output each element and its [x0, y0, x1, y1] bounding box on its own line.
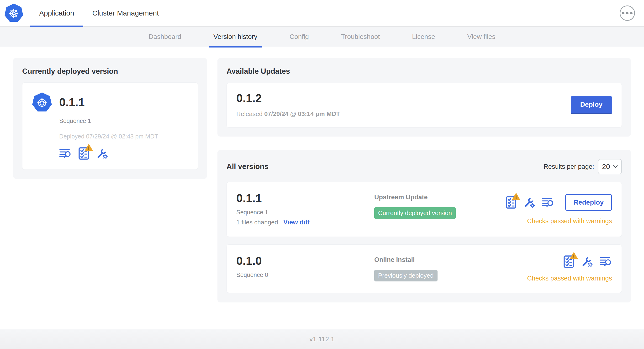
available-update-row: 0.1.2 Released 07/29/24 @ 03:14 pm MDT D… — [226, 83, 622, 128]
diff-icon[interactable] — [600, 256, 612, 267]
kubernetes-logo-icon — [4, 4, 24, 23]
deploy-button[interactable]: Deploy — [571, 96, 612, 114]
wrench-gear-icon-glyph — [581, 256, 593, 268]
released-prefix: Released — [236, 110, 262, 118]
row-sequence: Sequence 0 — [236, 272, 374, 278]
all-versions-card: All versions Results per page: 20 0.1.1 … — [218, 150, 631, 302]
version-row-info: 0.1.0 Sequence 0 — [236, 255, 374, 282]
version-row-source: Online Install Previously deployed — [374, 255, 438, 282]
currently-deployed-card: Currently deployed version 0.1.1 Sequenc… — [13, 58, 207, 179]
ellipsis-menu-icon[interactable] — [620, 6, 635, 21]
row-sequence: Sequence 1 — [236, 209, 374, 216]
tab-troubleshoot[interactable]: Troubleshoot — [336, 26, 384, 47]
row-version-number: 0.1.1 — [236, 193, 374, 204]
diff-icon-glyph — [600, 256, 612, 267]
currently-deployed-version-card: 0.1.1 Sequence 1 Deployed 07/29/24 @ 02:… — [22, 82, 198, 170]
wrench-gear-icon-glyph — [96, 148, 108, 160]
current-sequence: Sequence 1 — [59, 118, 188, 124]
version-row-actions: Checks passed with warnings — [527, 255, 612, 282]
files-changed-label: 1 files changed — [236, 219, 278, 226]
warning-triangle-icon — [512, 193, 520, 200]
version-row: 0.1.0 Sequence 0 Online Install Previous… — [226, 244, 622, 293]
diff-icon-glyph — [59, 148, 72, 159]
view-diff-link[interactable]: View diff — [283, 219, 310, 226]
top-nav: Application Cluster Management — [0, 0, 644, 27]
results-per-page-value: 20 — [602, 162, 610, 171]
dot — [626, 12, 628, 14]
version-row-info: 0.1.1 Sequence 1 1 files changed View di… — [236, 193, 374, 226]
warning-triangle-icon — [85, 144, 93, 151]
available-released-line: Released 07/29/24 @ 03:14 pm MDT — [236, 110, 340, 118]
version-row-actions: Redeploy Checks passed with warnings — [506, 193, 612, 226]
version-row: 0.1.1 Sequence 1 1 files changed View di… — [226, 182, 622, 237]
preflight-status-link[interactable]: Checks passed with warnings — [527, 218, 612, 225]
tab-config[interactable]: Config — [285, 26, 314, 47]
available-version-number: 0.1.2 — [236, 92, 340, 104]
tab-cluster-management[interactable]: Cluster Management — [83, 0, 168, 26]
warning-triangle-icon — [570, 252, 578, 260]
tab-license[interactable]: License — [407, 26, 440, 47]
tab-application[interactable]: Application — [30, 0, 83, 26]
dot — [622, 12, 624, 14]
dot — [630, 12, 632, 14]
app-kubernetes-icon — [32, 92, 52, 113]
wrench-gear-icon-glyph — [523, 196, 535, 208]
currently-deployed-title: Currently deployed version — [22, 67, 198, 76]
row-version-number: 0.1.0 — [236, 255, 374, 267]
main-content: Currently deployed version 0.1.1 Sequenc… — [0, 47, 644, 330]
diff-icon[interactable] — [542, 197, 554, 208]
available-updates-title: Available Updates — [226, 67, 622, 76]
diff-icon[interactable] — [59, 148, 72, 159]
preflight-status-link[interactable]: Checks passed with warnings — [527, 275, 612, 282]
console-version: v1.112.1 — [309, 336, 334, 343]
config-edit-icon[interactable] — [96, 148, 108, 160]
right-column: Available Updates 0.1.2 Released 07/29/2… — [218, 58, 631, 302]
results-per-page: Results per page: 20 — [544, 159, 622, 174]
tab-view-files[interactable]: View files — [462, 26, 500, 47]
results-per-page-select[interactable]: 20 — [598, 159, 622, 174]
tab-dashboard[interactable]: Dashboard — [144, 26, 186, 47]
redeploy-button[interactable]: Redeploy — [565, 194, 612, 211]
source-label: Upstream Update — [374, 194, 456, 201]
preflight-checks-warning-icon[interactable] — [563, 255, 574, 268]
results-per-page-label: Results per page: — [544, 163, 594, 170]
preflight-checks-warning-icon[interactable] — [506, 196, 516, 209]
page-footer: v1.112.1 — [0, 330, 644, 349]
source-label: Online Install — [374, 256, 438, 264]
all-versions-title: All versions — [226, 162, 268, 171]
chevron-down-icon — [613, 165, 618, 168]
app-subnav: Dashboard Version history Config Trouble… — [0, 27, 644, 47]
config-edit-icon[interactable] — [581, 256, 593, 268]
version-row-source: Upstream Update Currently deployed versi… — [374, 193, 456, 226]
available-updates-card: Available Updates 0.1.2 Released 07/29/2… — [218, 58, 631, 136]
tab-version-history[interactable]: Version history — [208, 26, 262, 47]
preflight-checks-warning-icon[interactable] — [78, 147, 89, 160]
current-deployed-timestamp: Deployed 07/29/24 @ 02:43 pm MDT — [59, 133, 188, 140]
config-edit-icon[interactable] — [523, 196, 535, 208]
available-update-info: 0.1.2 Released 07/29/24 @ 03:14 pm MDT — [236, 92, 340, 118]
deployment-status-badge: Currently deployed version — [374, 207, 456, 219]
current-version-number: 0.1.1 — [59, 97, 85, 108]
diff-icon-glyph — [542, 197, 554, 208]
deployment-status-badge: Previously deployed — [374, 270, 438, 282]
released-date: 07/29/24 @ 03:14 pm MDT — [264, 110, 340, 118]
